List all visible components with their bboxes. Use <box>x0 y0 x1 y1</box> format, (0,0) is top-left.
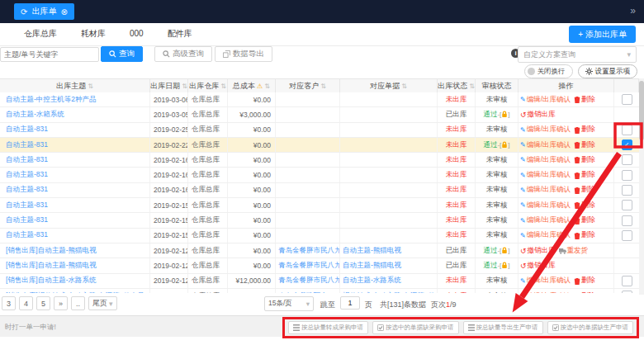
table-row[interactable]: 自动主题-831 2019-02-15 仓库总库 ¥0.00 未出库 未审核 ✎… <box>0 229 639 243</box>
delete-action[interactable]: 删除 <box>574 155 595 165</box>
row-checkbox[interactable] <box>622 230 632 241</box>
revoke-outbound-action[interactable]: ↺撤销出库 <box>520 261 556 271</box>
row-checkbox[interactable] <box>622 200 632 210</box>
edit-outbound-confirm-action[interactable]: ✎编辑/出库确认 <box>520 201 571 210</box>
column-header[interactable]: 对应客户⇅ <box>276 79 340 92</box>
subject-link[interactable]: 自动主题-831 <box>6 170 48 180</box>
subject-link[interactable]: 自动主题-831 <box>6 230 48 240</box>
table-row[interactable]: 自动主题-831 2019-02-16 仓库总库 ¥0.00 未出库 未审核 ✎… <box>0 168 639 182</box>
display-settings-button[interactable]: 设置显示项 <box>578 64 638 78</box>
column-header[interactable]: 出库状态⇅ <box>438 79 476 92</box>
footer-action-button[interactable]: 按选中的单据缺生产申请 <box>547 321 634 334</box>
table-row[interactable]: 自动主题-831 2019-02-16 仓库总库 ¥0.00 未出库 未审核 ✎… <box>0 153 639 168</box>
revoke-outbound-action[interactable]: ↺撤销出库 <box>520 246 556 256</box>
tab-outbound-order[interactable]: ⟳ 出库单 ⊗ <box>14 3 74 20</box>
delete-action[interactable]: 删除 <box>574 230 595 240</box>
sort-icon[interactable]: ⇅ <box>469 83 475 90</box>
search-button[interactable]: 查询 <box>101 46 143 62</box>
customer-link[interactable]: 青岛金餐胖市民八九 <box>278 246 340 256</box>
column-header[interactable]: 出库仓库⇅ <box>188 79 228 92</box>
wrap-toggle[interactable]: 关闭换行 <box>524 64 573 78</box>
subject-link[interactable]: 自动主题-831 <box>6 140 48 150</box>
delete-action[interactable]: 删除 <box>574 140 595 150</box>
custom-scheme-select[interactable]: 自定义方案查询 ▾ <box>518 46 637 63</box>
subject-link[interactable]: 自动主题-831 <box>6 185 48 195</box>
vertical-scrollbar-thumb[interactable] <box>639 81 644 140</box>
edit-outbound-confirm-action[interactable]: ✎编辑/出库确认 <box>520 140 571 150</box>
close-icon[interactable]: ⊗ <box>60 7 67 17</box>
customer-link[interactable]: 青岛金餐胖市民八九 <box>278 261 340 271</box>
row-checkbox[interactable] <box>622 154 632 165</box>
page-button[interactable]: » <box>54 296 68 310</box>
row-checkbox[interactable] <box>622 125 632 135</box>
row-checkbox[interactable] <box>622 215 632 226</box>
table-row[interactable]: 自动主题-水箱系统 2019-03-05 仓库总库 ¥3,000.00 已出库 … <box>0 107 639 122</box>
collapse-tabs-icon[interactable]: » <box>630 5 636 17</box>
delete-action[interactable]: 删除 <box>574 201 595 210</box>
sort-icon[interactable]: ⇅ <box>220 83 226 90</box>
subject-link[interactable]: 自动主题-831 <box>6 201 48 210</box>
warehouse-tab-0[interactable]: 仓库总库 <box>24 23 57 45</box>
resend-goods-action[interactable]: 重发货 <box>559 246 589 256</box>
subject-link[interactable]: 自动主题-831 <box>6 215 48 225</box>
delete-action[interactable]: 删除 <box>574 125 595 135</box>
edit-outbound-confirm-action[interactable]: ✎编辑/出库确认 <box>520 125 571 135</box>
page-button[interactable]: 尾页▾ <box>88 296 117 310</box>
table-row[interactable]: 自动主题-831 2019-02-15 仓库总库 ¥0.00 未出库 未审核 ✎… <box>0 198 639 213</box>
page-button[interactable]: 4 <box>19 296 33 310</box>
table-row[interactable]: 自动主题-中控主机等2种产品 2019-03-06 仓库总库 ¥0.00 未出库… <box>0 92 639 107</box>
column-header[interactable]: 出库主题⇅ <box>0 79 150 92</box>
subject-link[interactable]: [销售出库]自动主题-水路系统 <box>6 276 97 286</box>
document-link[interactable]: 自动主题-熊猫电视 <box>343 261 401 271</box>
sort-icon[interactable]: ⇅ <box>320 83 326 90</box>
warehouse-tab-3[interactable]: 配件库 <box>168 23 192 45</box>
row-checkbox[interactable] <box>622 185 632 196</box>
delete-action[interactable]: 删除 <box>574 170 595 180</box>
footer-action-button[interactable]: 按总缺量导出生产申请 <box>463 321 543 334</box>
page-button[interactable]: .. <box>71 296 85 310</box>
edit-outbound-confirm-action[interactable]: ✎编辑/出库确认 <box>520 185 571 195</box>
row-checkbox[interactable] <box>622 170 632 181</box>
search-input[interactable] <box>0 47 99 62</box>
data-export-button[interactable]: 数据导出 <box>215 46 272 62</box>
edit-outbound-confirm-action[interactable]: ✎编辑/出库确认 <box>520 215 571 225</box>
subject-link[interactable]: [销售出库]自动主题-熊猫电视 <box>6 261 97 271</box>
sort-icon[interactable]: ⇅ <box>182 83 187 90</box>
jump-page-input[interactable] <box>340 296 360 310</box>
delete-action[interactable]: 删除 <box>574 95 595 105</box>
table-row[interactable]: 自动主题-831 2019-02-25 仓库总库 ¥0.00 未出库 未审核 ✎… <box>0 123 639 138</box>
column-header[interactable]: 对应单据⇅ <box>340 79 438 92</box>
delete-action[interactable]: 删除 <box>574 185 595 195</box>
document-link[interactable]: 自动主题-熊猫电视 <box>343 246 401 256</box>
table-row[interactable]: 自动主题-831 2019-02-22 仓库总库 ¥0.00 未出库 通过-[]… <box>0 138 639 153</box>
column-header[interactable]: 总成本⚠⇅ <box>228 79 276 92</box>
table-row[interactable]: [销售出库]自动主题-熊猫电视 2019-02-12 仓库总库 ¥0.00 青岛… <box>0 258 639 273</box>
table-row[interactable]: [销售出库]自动主题-熊猫电视 2019-02-12 仓库总库 ¥0.00 青岛… <box>0 243 639 258</box>
edit-outbound-confirm-action[interactable]: ✎编辑/出库确认 <box>520 95 571 105</box>
row-checkbox[interactable]: ✓ <box>622 139 632 150</box>
footer-action-button[interactable]: 按选中的单据缺采购申请 <box>372 321 459 334</box>
delete-action[interactable]: 删除 <box>574 276 595 286</box>
table-row[interactable]: [销售出库]自动主题-水路系统 2019-02-12 仓库总库 ¥12,000.… <box>0 274 639 289</box>
refresh-icon[interactable]: ⟳ <box>21 7 27 17</box>
row-checkbox[interactable] <box>622 276 632 286</box>
table-row[interactable]: 自动主题-831 2019-02-15 仓库总库 ¥0.00 未出库 未审核 ✎… <box>0 213 639 228</box>
subject-link[interactable]: 自动主题-水箱系统 <box>6 110 64 120</box>
advanced-search-button[interactable]: 高级查询 <box>154 46 212 62</box>
subject-link[interactable]: 自动主题-中控主机等2种产品 <box>6 95 97 105</box>
edit-outbound-confirm-action[interactable]: ✎编辑/出库确认 <box>520 170 571 180</box>
subject-link[interactable]: 自动主题-831 <box>6 125 48 135</box>
subject-link[interactable]: 自动主题-831 <box>6 155 48 165</box>
sort-icon[interactable]: ⇅ <box>88 83 93 90</box>
column-header[interactable]: 出库日期⇅ <box>150 79 188 92</box>
page-size-select[interactable]: 15条/页 ▾ <box>264 296 314 311</box>
edit-outbound-confirm-action[interactable]: ✎编辑/出库确认 <box>520 230 571 240</box>
footer-action-button[interactable]: 按总缺量转成采购申请 <box>288 321 368 334</box>
subject-link[interactable]: [销售出库]自动主题-熊猫电视 <box>6 246 97 256</box>
edit-outbound-confirm-action[interactable]: ✎编辑/出库确认 <box>520 155 571 165</box>
edit-outbound-confirm-action[interactable]: ✎编辑/出库确认 <box>520 276 571 286</box>
table-row[interactable]: 自动主题-831 2019-02-16 仓库总库 ¥0.00 未出库 未审核 ✎… <box>0 183 639 198</box>
sort-icon[interactable]: ⇅ <box>264 83 270 90</box>
warehouse-tab-1[interactable]: 耗材库 <box>81 23 106 45</box>
row-checkbox[interactable] <box>622 94 632 105</box>
